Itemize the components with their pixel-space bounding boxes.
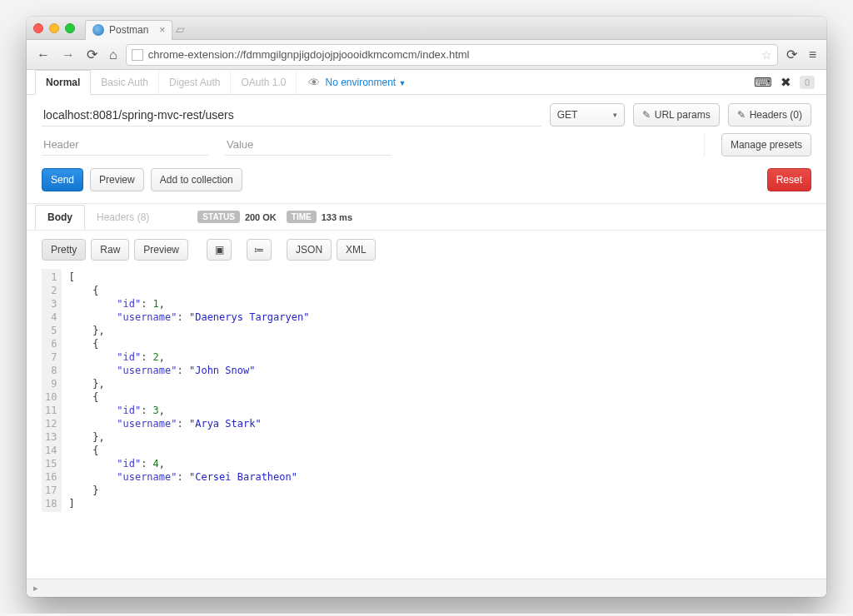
environment-selector[interactable]: No environment ▼	[325, 77, 406, 88]
browser-window: Postman × ▱ ← → ⟳ ⌂ chrome-extension://f…	[27, 17, 826, 597]
code-content[interactable]: [ { "id": 1, "username": "Daenerys Targa…	[62, 269, 309, 512]
action-row: Send Preview Add to collection Reset	[27, 161, 826, 204]
request-url-input[interactable]	[42, 103, 541, 127]
status-chip: STATUS	[197, 211, 240, 223]
headers-label: Headers (0)	[750, 109, 802, 121]
maximize-icon[interactable]	[65, 23, 75, 33]
headers-button[interactable]: Headers (0)	[728, 103, 811, 127]
send-button[interactable]: Send	[42, 168, 83, 191]
environment-label: No environment	[325, 77, 396, 88]
forward-icon: →	[58, 47, 78, 62]
preview-body-button[interactable]: Preview	[134, 239, 188, 261]
browser-toolbar: ← → ⟳ ⌂ chrome-extension://fdmmgilgnpjig…	[27, 40, 826, 70]
response-tabs: Body Headers (8) STATUS 200 OK TIME 133 …	[27, 204, 826, 231]
tab-close-icon[interactable]: ×	[159, 24, 165, 36]
request-row: GET ▾ URL params Headers (0)	[27, 95, 826, 132]
title-bar: Postman × ▱	[27, 17, 826, 40]
time-value: 133 ms	[322, 212, 352, 222]
add-to-collection-button[interactable]: Add to collection	[151, 168, 242, 191]
eye-icon[interactable]: 👁	[308, 76, 320, 89]
url-params-button[interactable]: URL params	[633, 103, 720, 127]
auth-tab-oauth[interactable]: OAuth 1.0	[231, 70, 297, 94]
method-select[interactable]: GET ▾	[550, 103, 625, 127]
sidebar-trigger[interactable]: ▸	[27, 579, 826, 597]
auth-tab-basic[interactable]: Basic Auth	[91, 70, 159, 94]
menu-icon[interactable]: ≡	[806, 47, 820, 62]
preview-button[interactable]: Preview	[90, 168, 144, 191]
raw-button[interactable]: Raw	[91, 239, 129, 261]
response-body: 123456789101112131415161718 [ { "id": 1,…	[27, 269, 826, 529]
wrap-icon[interactable]: ≔	[247, 239, 272, 261]
response-tab-headers[interactable]: Headers (8)	[85, 206, 161, 229]
pretty-button[interactable]: Pretty	[42, 239, 86, 261]
extensions-reload-icon[interactable]: ⟳	[783, 47, 801, 62]
new-tab-icon[interactable]: ▱	[176, 22, 185, 36]
address-bar[interactable]: chrome-extension://fdmmgilgnpjigdojojpjo…	[126, 44, 778, 66]
postman-favicon-icon	[92, 24, 104, 36]
header-value-row: Manage presets	[27, 132, 826, 161]
address-text: chrome-extension://fdmmgilgnpjigdojojpjo…	[148, 48, 756, 61]
window-controls	[33, 23, 75, 33]
close-icon[interactable]	[33, 23, 43, 33]
method-value: GET	[557, 109, 578, 121]
url-params-label: URL params	[655, 109, 711, 121]
copy-icon[interactable]: ▣	[207, 239, 232, 261]
auth-tabs: Normal Basic Auth Digest Auth OAuth 1.0 …	[27, 70, 826, 95]
json-format-button[interactable]: JSON	[287, 239, 332, 261]
manage-presets-button[interactable]: Manage presets	[721, 133, 811, 156]
caret-down-icon: ▼	[399, 79, 407, 87]
edit-icon	[737, 109, 746, 121]
minimize-icon[interactable]	[49, 23, 59, 33]
select-caret-icon: ▾	[613, 111, 617, 119]
keyboard-icon[interactable]: ⌨	[754, 75, 772, 90]
bookmark-star-icon[interactable]: ☆	[761, 48, 772, 62]
auth-tab-digest[interactable]: Digest Auth	[159, 70, 231, 94]
reset-button[interactable]: Reset	[767, 168, 811, 191]
settings-icon[interactable]: ✖	[781, 75, 791, 90]
body-toolbar: Pretty Raw Preview ▣ ≔ JSON XML	[27, 231, 826, 269]
back-icon[interactable]: ←	[33, 47, 53, 62]
response-tab-body[interactable]: Body	[35, 205, 85, 230]
line-gutter: 123456789101112131415161718	[42, 269, 62, 512]
reload-icon[interactable]: ⟳	[83, 47, 101, 62]
header-value-input[interactable]	[225, 134, 392, 156]
status-value: 200 OK	[245, 212, 277, 222]
home-icon[interactable]: ⌂	[106, 47, 121, 62]
page-icon	[132, 49, 143, 61]
edit-icon	[642, 109, 651, 121]
header-name-input[interactable]	[42, 134, 208, 156]
xml-format-button[interactable]: XML	[337, 239, 376, 261]
tab-title: Postman	[109, 24, 148, 36]
time-chip: TIME	[287, 211, 317, 223]
auth-tab-normal[interactable]: Normal	[35, 70, 91, 95]
sync-count-badge[interactable]: 0	[800, 76, 815, 89]
browser-tab[interactable]: Postman ×	[85, 20, 172, 40]
